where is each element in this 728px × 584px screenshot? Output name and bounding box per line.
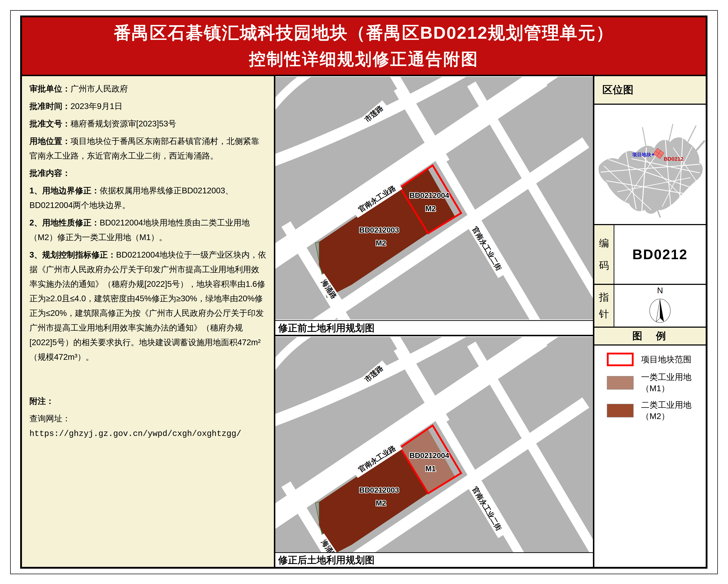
info-label: 批准时间： bbox=[29, 102, 71, 111]
parcel-sub-use-label: M2 bbox=[425, 205, 436, 213]
map-before: 市莲路 官南永工业路 官南永工业二街 海涌路 BD0212003 M2 BD02… bbox=[275, 76, 593, 321]
info-text: 广州市人民政府 bbox=[71, 84, 128, 93]
parcel-main-code-label: BD0212003 bbox=[359, 226, 399, 234]
info-location: 用地位置：项目地块位于番禺区东南部石碁镇官涌村，北侧紧靠官南永工业路，东近官南永… bbox=[29, 134, 267, 163]
project-dot bbox=[652, 153, 654, 155]
map-after: 市莲路 官南永工业路 官南永工业二街 海涌路 BD0212003 M2 BD02… bbox=[275, 336, 593, 553]
location-map-svg: 项目地块 BD0212 bbox=[594, 105, 706, 225]
map-after-box: 市莲路 官南永工业路 官南永工业二街 海涌路 BD0212003 M2 BD02… bbox=[275, 336, 593, 567]
note-url: https://ghzyj.gz.gov.cn/ywpd/cxgh/oxghtz… bbox=[29, 429, 241, 439]
map-before-box: 市莲路 官南永工业路 官南永工业二街 海涌路 BD0212003 M2 BD02… bbox=[275, 76, 593, 336]
info-item-2: 2、用地性质修正：BD0212004地块用地性质由二类工业用地（M2）修正为一类… bbox=[29, 215, 267, 245]
info-item-3: 3、规划控制指标修正：BD0212004地块位于一级产业区块内，依据《广州市人民… bbox=[29, 247, 267, 365]
title-banner: 番禺区石碁镇汇城科技园地块（番禺区BD0212规划管理单元） 控制性详细规划修正… bbox=[22, 17, 706, 76]
plan-sheet-frame: 番禺区石碁镇汇城科技园地块（番禺区BD0212规划管理单元） 控制性详细规划修正… bbox=[20, 16, 707, 569]
unit-code-value: BD0212 bbox=[632, 246, 688, 263]
info-content-heading: 批准内容： bbox=[29, 166, 267, 181]
map-before-caption: 修正前土地利用规划图 bbox=[275, 321, 593, 335]
compass-label-char: 指 bbox=[599, 291, 609, 304]
note-heading: 附注： bbox=[29, 396, 54, 406]
parcel-main-use-label: M2 bbox=[376, 499, 386, 507]
parcel-sub-use-label: M1 bbox=[425, 464, 436, 473]
map-before-svg: 市莲路 官南永工业路 官南永工业二街 海涌路 BD0212003 M2 BD02… bbox=[275, 76, 593, 320]
legend-swatch-m1 bbox=[607, 376, 633, 390]
legend-swatch-m2 bbox=[607, 404, 633, 417]
sidebar: 区位图 bbox=[594, 76, 706, 567]
location-map-title: 区位图 bbox=[594, 76, 706, 105]
info-approval-date: 批准时间：2023年9月1日 bbox=[29, 99, 267, 114]
code-row: 编 码 BD0212 bbox=[594, 225, 706, 285]
legend-label: 二类工业用地（M2） bbox=[641, 399, 706, 422]
compass-north-letter: N bbox=[657, 286, 663, 295]
page-title-line2: 控制性详细规划修正通告附图 bbox=[22, 50, 706, 68]
info-label: 批准内容： bbox=[29, 168, 71, 178]
info-text: 穗府番规划资源审[2023]53号 bbox=[71, 119, 176, 128]
legend-label: 项目地块范围 bbox=[641, 354, 692, 365]
legend-label: 一类工业用地（M1） bbox=[641, 372, 706, 394]
info-text: 2023年9月1日 bbox=[71, 102, 123, 111]
parcel-sub-code-label: BD0212004 bbox=[410, 451, 449, 460]
map-after-svg: 市莲路 官南永工业路 官南永工业二街 海涌路 BD0212003 M2 BD02… bbox=[275, 336, 593, 553]
code-vertical-label: 编 码 bbox=[594, 225, 614, 284]
note-label: 附注： bbox=[29, 394, 267, 408]
note-block: 附注： 查询网址：https://ghzyj.gz.gov.cn/ywpd/cx… bbox=[29, 394, 267, 441]
info-label: 3、规划控制指标修正： bbox=[29, 250, 116, 259]
info-label: 1、用地边界修正： bbox=[29, 186, 100, 195]
info-label: 用地位置： bbox=[29, 136, 71, 146]
legend-item-boundary: 项目地块范围 bbox=[607, 353, 706, 366]
legend-item-m2: 二类工业用地（M2） bbox=[607, 399, 706, 422]
info-text: BD0212004地块位于一级产业区块内，依据《广州市人民政府办公厅关于印发广州… bbox=[29, 250, 266, 362]
info-label: 2、用地性质修正： bbox=[29, 218, 100, 227]
info-item-1: 1、用地边界修正：依据权属用地界线修正BD0212003、BD0212004两个… bbox=[29, 183, 267, 213]
legend-swatch-outline bbox=[607, 353, 633, 366]
parcel-sub-code-label: BD0212004 bbox=[410, 191, 449, 200]
note-url-line: 查询网址：https://ghzyj.gz.gov.cn/ywpd/cxgh/o… bbox=[29, 412, 267, 441]
page-title-line1: 番禺区石碁镇汇城科技园地块（番禺区BD0212规划管理单元） bbox=[22, 23, 706, 43]
info-label: 批准文号： bbox=[29, 119, 71, 128]
info-approval-unit: 审批单位：广州市人民政府 bbox=[29, 81, 267, 96]
district-silhouette: 项目地块 BD0212 bbox=[599, 124, 705, 217]
compass-vertical-label: 指 针 bbox=[594, 285, 614, 327]
note-url-label: 查询网址： bbox=[29, 414, 71, 423]
compass-icon: N bbox=[643, 285, 677, 326]
location-project-label: 项目地块 bbox=[632, 152, 651, 157]
compass-label-char: 针 bbox=[599, 307, 609, 321]
location-unit-label: BD0212 bbox=[664, 156, 683, 162]
parcel-main-use-label: M2 bbox=[376, 239, 386, 247]
location-map: 项目地块 BD0212 bbox=[594, 105, 706, 225]
parcel-main-code-label: BD0212003 bbox=[359, 486, 399, 494]
legend-item-m1: 一类工业用地（M1） bbox=[607, 372, 706, 394]
approval-info-panel: 审批单位：广州市人民政府 批准时间：2023年9月1日 批准文号：穗府番规划资源… bbox=[22, 76, 275, 567]
compass-row: 指 针 N bbox=[594, 285, 706, 328]
map-column: 市莲路 官南永工业路 官南永工业二街 海涌路 BD0212003 M2 BD02… bbox=[275, 76, 594, 567]
legend-area: 项目地块范围 一类工业用地（M1） 二类工业用地（M2） bbox=[594, 346, 706, 567]
code-label-char: 编 bbox=[599, 237, 609, 250]
info-approval-doc: 批准文号：穗府番规划资源审[2023]53号 bbox=[29, 116, 267, 131]
legend-title: 图 例 bbox=[594, 328, 706, 346]
map-after-caption: 修正后土地利用规划图 bbox=[275, 553, 593, 567]
code-label-char: 码 bbox=[599, 259, 609, 272]
info-label: 审批单位： bbox=[29, 84, 71, 93]
